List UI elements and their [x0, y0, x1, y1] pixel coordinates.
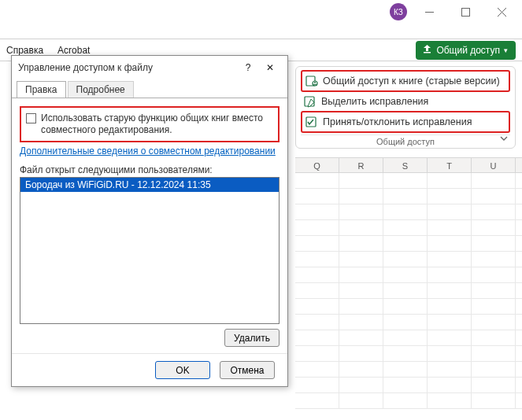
cmd-highlight-changes[interactable]: Выделить исправления [301, 92, 510, 111]
tab-help[interactable]: Справка [6, 45, 43, 56]
col-header[interactable]: T [428, 158, 472, 172]
legacy-sharing-checkbox[interactable] [26, 113, 36, 123]
cmd-accept-reject[interactable]: Принять/отклонить исправления [301, 111, 510, 133]
col-header[interactable]: S [383, 158, 428, 172]
tab-more[interactable]: Подробнее [68, 81, 134, 98]
cmd-accept-reject-label: Принять/отклонить исправления [323, 116, 472, 127]
col-header[interactable]: R [339, 158, 383, 172]
list-item[interactable]: Бородач из WiFiGiD.RU - 12.12.2024 11:35 [20, 178, 279, 192]
help-button[interactable]: ? [237, 57, 259, 79]
tab-acrobat[interactable]: Acrobat [57, 45, 90, 56]
legacy-sharing-label: Использовать старую функцию общих книг в… [41, 112, 273, 136]
delete-button[interactable]: Удалить [224, 329, 280, 347]
dialog-body: Использовать старую функцию общих книг в… [12, 98, 287, 353]
share-icon [422, 44, 432, 57]
svg-rect-4 [424, 52, 431, 53]
share-button-label: Общий доступ [436, 45, 500, 56]
legacy-sharing-checkbox-row[interactable]: Использовать старую функцию общих книг в… [20, 106, 280, 142]
minimize-button[interactable] [412, 1, 446, 23]
users-listbox[interactable]: Бородач из WiFiGiD.RU - 12.12.2024 11:35 [20, 177, 280, 324]
svg-rect-1 [461, 8, 469, 16]
svg-point-7 [314, 82, 316, 83]
highlight-changes-icon [304, 95, 317, 108]
cmd-share-workbook-label: Общий доступ к книге (старые версии) [323, 76, 500, 87]
cmd-highlight-changes-label: Выделить исправления [321, 96, 428, 107]
maximize-button[interactable] [448, 1, 483, 23]
user-avatar[interactable]: КЗ [390, 3, 407, 20]
column-headers: Q R S T U [295, 157, 522, 173]
col-header[interactable]: Q [295, 158, 339, 172]
window-titlebar: КЗ [0, 0, 522, 24]
share-button[interactable]: Общий доступ ▾ [416, 41, 516, 60]
close-icon[interactable]: ✕ [259, 57, 281, 79]
users-list-label: Файл открыт следующими пользователями: [20, 164, 280, 175]
chevron-down-icon: ▾ [504, 46, 508, 54]
share-access-dialog: Управление доступом к файлу ? ✕ Правка П… [11, 55, 288, 387]
col-header[interactable]: U [472, 158, 516, 172]
dialog-tabs: Правка Подробнее [12, 79, 287, 98]
coauthoring-info-link[interactable]: Дополнительные сведения о совместном ред… [20, 146, 280, 157]
ok-button[interactable]: OK [155, 361, 210, 379]
cmd-share-workbook[interactable]: Общий доступ к книге (старые версии) [301, 70, 510, 92]
share-workbook-icon [305, 75, 318, 87]
close-button[interactable] [484, 1, 519, 23]
dialog-titlebar: Управление доступом к файлу ? ✕ [12, 56, 287, 79]
ribbon-group-label: Общий доступ [301, 134, 510, 146]
accept-reject-icon [305, 116, 318, 128]
tab-editing[interactable]: Правка [17, 81, 66, 98]
dialog-footer: OK Отмена [12, 353, 287, 386]
ribbon-group-share: Общий доступ к книге (старые версии) Выд… [295, 66, 516, 149]
tabstrip-spacer [0, 24, 522, 39]
chevron-down-icon[interactable] [499, 134, 509, 145]
cancel-button[interactable]: Отмена [220, 361, 275, 379]
grid-body[interactable] [295, 173, 522, 420]
dialog-title: Управление доступом к файлу [18, 62, 237, 73]
